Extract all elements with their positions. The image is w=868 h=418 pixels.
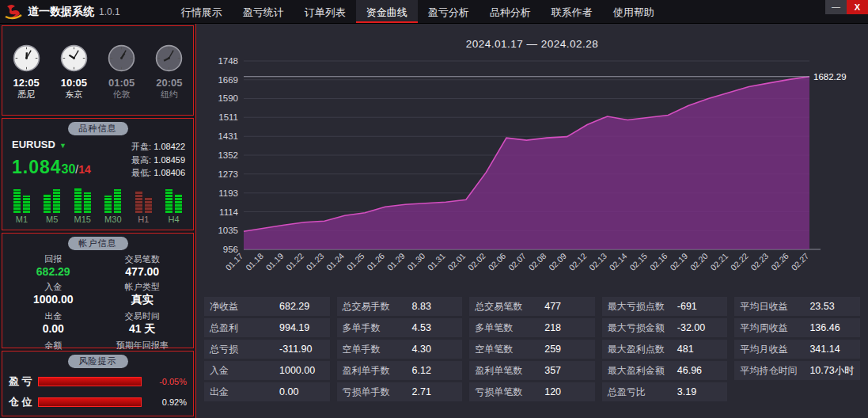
analog-clock-icon bbox=[107, 44, 136, 73]
svg-text:02.12: 02.12 bbox=[567, 251, 588, 272]
close-button[interactable]: X bbox=[847, 0, 868, 14]
menu-item-盈亏统计[interactable]: 盈亏统计 bbox=[233, 0, 294, 23]
svg-text:02.21: 02.21 bbox=[708, 251, 730, 272]
stat-label: 总盈亏比 bbox=[608, 386, 677, 399]
svg-text:1669: 1669 bbox=[218, 75, 238, 85]
world-clock-伦敦: 01:05伦敦 bbox=[107, 44, 136, 101]
account-stat-value: 477.00 bbox=[98, 265, 188, 278]
stat-label: 总亏损 bbox=[210, 343, 279, 356]
stats-column-2: 总交易手数8.83多单手数4.53空单手数4.30盈利单手数6.12亏损单手数2… bbox=[337, 297, 463, 401]
ohl-block: 开盘: 1.08422 最高: 1.08459 最低: 1.08406 bbox=[131, 140, 185, 180]
titlebar: 道一数据系统 1.0.1 行情展示盈亏统计订单列表资金曲线盈亏分析品种分析联系作… bbox=[0, 0, 868, 24]
stat-row-多单手数: 多单手数4.53 bbox=[337, 318, 463, 337]
clock-time: 12:05 bbox=[12, 77, 41, 89]
account-stat-label: 出金 bbox=[9, 310, 98, 322]
stat-row-最大盈利点数: 最大盈利点数481 bbox=[602, 340, 728, 359]
level-bars-icon bbox=[44, 186, 60, 213]
account-stat-label: 帐户类型 bbox=[98, 281, 188, 293]
price-bid-pips: 30 bbox=[62, 162, 76, 176]
stat-value: 481 bbox=[677, 344, 694, 355]
window-controls: — X bbox=[825, 0, 868, 23]
stat-label: 总盈利 bbox=[210, 321, 279, 335]
symbol-info-row: EURUSD▼ 1.08430/14 开盘: 1.08422 最高: 1.084… bbox=[2, 137, 193, 180]
stat-row-平均持仓时间: 平均持仓时间10.73小时 bbox=[734, 361, 860, 380]
risk-panel: 风险提示 盈 亏-0.05%仓 位0.92% bbox=[2, 351, 194, 416]
stat-row-最大亏损点数: 最大亏损点数-691 bbox=[602, 297, 728, 316]
stat-label: 平均月收益 bbox=[740, 343, 809, 356]
stat-value: -691 bbox=[677, 301, 697, 312]
svg-text:1748: 1748 bbox=[218, 56, 238, 66]
account-stat-label: 余额 bbox=[9, 340, 98, 352]
stat-row-多单笔数: 多单笔数218 bbox=[469, 318, 595, 337]
menu-item-盈亏分析[interactable]: 盈亏分析 bbox=[418, 0, 479, 23]
stat-row-出金: 出金0.00 bbox=[204, 382, 330, 401]
clock-city: 纽约 bbox=[154, 89, 184, 101]
symbol-selector[interactable]: EURUSD▼ bbox=[12, 139, 91, 150]
account-stat-label: 预期年回报率 bbox=[98, 340, 188, 352]
level-bars-icon bbox=[13, 186, 30, 213]
world-clock-东京: 10:05东京 bbox=[59, 44, 89, 101]
menu-item-订单列表[interactable]: 订单列表 bbox=[294, 0, 356, 23]
world-clock-悉尼: 12:05悉尼 bbox=[12, 44, 41, 101]
svg-text:02.20: 02.20 bbox=[688, 251, 710, 272]
svg-text:1590: 1590 bbox=[218, 93, 238, 103]
stat-row-平均月收益: 平均月收益341.14 bbox=[734, 340, 860, 359]
symbol-price: 1.08430/14 bbox=[12, 157, 91, 178]
stat-row-入金: 入金1000.00 bbox=[204, 361, 330, 380]
open-row: 开盘: 1.08422 bbox=[131, 140, 185, 154]
stat-label: 平均周收益 bbox=[740, 321, 809, 335]
menu-item-品种分析[interactable]: 品种分析 bbox=[479, 0, 541, 23]
svg-text:01.24: 01.24 bbox=[324, 251, 346, 272]
clock-city: 伦敦 bbox=[107, 89, 136, 101]
account-stat-帐户类型: 帐户类型真实 bbox=[98, 281, 188, 307]
timeframe-label: M30 bbox=[104, 215, 121, 224]
stat-value: 218 bbox=[544, 322, 561, 333]
symbol-left-column: EURUSD▼ 1.08430/14 bbox=[12, 139, 91, 180]
stat-row-总交易手数: 总交易手数8.83 bbox=[337, 297, 463, 316]
stat-label: 入金 bbox=[210, 364, 279, 378]
open-value: 1.08422 bbox=[154, 142, 185, 151]
chart-title: 2024.01.17 — 2024.02.28 bbox=[203, 38, 862, 50]
account-stat-交易时间: 交易时间41 天 bbox=[98, 310, 188, 336]
level-bars-icon bbox=[135, 186, 152, 213]
stat-row-净收益: 净收益682.29 bbox=[204, 297, 330, 316]
stat-label: 总交易笔数 bbox=[475, 300, 544, 314]
timeframe-label: H4 bbox=[165, 215, 182, 224]
account-stat-交易笔数: 交易笔数477.00 bbox=[98, 253, 188, 278]
menu-item-行情展示[interactable]: 行情展示 bbox=[171, 0, 233, 23]
world-clocks-panel: 12:05悉尼 10:05东京 01:05伦敦 20:05纽约 bbox=[2, 25, 194, 116]
menu-item-使用帮助[interactable]: 使用帮助 bbox=[603, 0, 665, 23]
stat-label: 盈利单手数 bbox=[343, 364, 412, 378]
stat-row-总盈利: 总盈利994.19 bbox=[204, 318, 330, 337]
svg-text:01.23: 01.23 bbox=[304, 251, 325, 272]
stat-value: -311.90 bbox=[279, 344, 312, 355]
main-menu: 行情展示盈亏统计订单列表资金曲线盈亏分析品种分析联系作者使用帮助 bbox=[171, 0, 665, 23]
stat-label: 多单笔数 bbox=[475, 321, 544, 335]
stat-row-盈利单笔数: 盈利单笔数357 bbox=[469, 361, 595, 380]
svg-text:02.14: 02.14 bbox=[608, 251, 629, 272]
symbol-panel-header: 品种信息 bbox=[68, 122, 128, 135]
statistics-table: 净收益682.29总盈利994.19总亏损-311.90入金1000.00出金0… bbox=[203, 291, 862, 401]
timeframe-meter-M1: M1 bbox=[13, 186, 30, 224]
stat-value: 8.83 bbox=[412, 301, 431, 312]
stat-row-亏损单笔数: 亏损单笔数120 bbox=[469, 382, 595, 401]
svg-text:1114: 1114 bbox=[219, 207, 238, 217]
analog-clock-icon bbox=[154, 44, 184, 73]
stat-value: 682.29 bbox=[279, 301, 309, 312]
menu-item-资金曲线[interactable]: 资金曲线 bbox=[356, 0, 418, 23]
svg-text:1273: 1273 bbox=[218, 169, 238, 179]
svg-text:01.31: 01.31 bbox=[426, 251, 447, 272]
menu-item-联系作者[interactable]: 联系作者 bbox=[541, 0, 603, 23]
account-stat-回报: 回报682.29 bbox=[9, 253, 98, 278]
minimize-button[interactable]: — bbox=[825, 0, 847, 14]
risk-label: 盈 亏 bbox=[9, 374, 32, 389]
app-version: 1.0.1 bbox=[99, 6, 120, 17]
svg-text:02.06: 02.06 bbox=[486, 251, 507, 272]
svg-text:1682.29: 1682.29 bbox=[813, 72, 847, 82]
risk-gauge-bar bbox=[38, 397, 142, 407]
stat-value: 4.53 bbox=[412, 322, 431, 333]
stat-value: 10.73小时 bbox=[809, 364, 854, 378]
svg-text:02.02: 02.02 bbox=[466, 251, 487, 272]
chevron-down-icon: ▼ bbox=[59, 142, 66, 150]
account-grid: 回报682.29交易笔数477.00入金1000.00帐户类型真实出金0.00交… bbox=[2, 252, 193, 364]
